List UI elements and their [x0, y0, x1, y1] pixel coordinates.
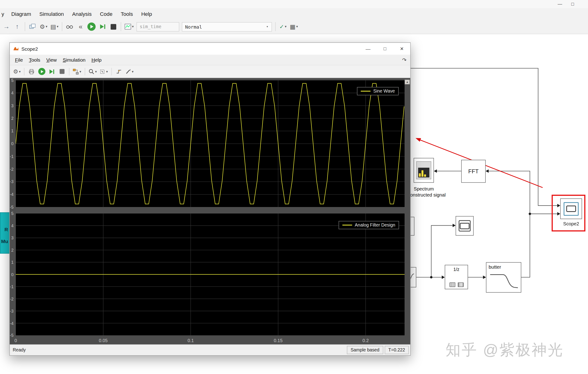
print-icon[interactable]: [28, 67, 35, 75]
data-grid-icon[interactable]: ▦▾: [290, 22, 298, 32]
scope-axes-1[interactable]: [15, 80, 405, 207]
chevron-down-icon: ▾: [19, 70, 21, 73]
toolbar-separator: [111, 68, 112, 75]
scope-client-area: Sine Wave Analog Filter Design ▴ -5-4-3-…: [10, 78, 410, 344]
status-time: T=0.222: [385, 346, 409, 354]
scope-view-icon[interactable]: ▾: [124, 22, 134, 32]
scope-axes-2[interactable]: [15, 213, 405, 336]
scroll-up-button[interactable]: ▴: [405, 80, 410, 85]
main-menu-analysis[interactable]: Analysis: [68, 11, 96, 17]
scope-toolbar: ⚙▾ ▾ ▾ ▾: [10, 65, 410, 78]
scope2-block[interactable]: [560, 198, 582, 219]
x-tick-label: 0.2: [362, 338, 369, 343]
fast-rewind-icon[interactable]: «: [76, 22, 85, 32]
scope-icon: [459, 220, 471, 231]
measurements-icon[interactable]: ▾: [125, 67, 134, 75]
model-settings-icon[interactable]: ▤▾: [50, 22, 58, 32]
chevron-down-icon: ▾: [46, 25, 47, 28]
y-tick-label: 0: [10, 141, 13, 146]
step-forward-button[interactable]: [48, 67, 55, 75]
simulation-mode-select[interactable]: Normal ▾: [182, 22, 272, 31]
chevron-down-icon: ▾: [106, 70, 108, 73]
delay-port-icons: [450, 283, 463, 287]
signal-selector-icon[interactable]: ▾: [73, 67, 81, 75]
unit-delay-block[interactable]: 1/z: [445, 265, 468, 289]
main-menu-diagram[interactable]: Diagram: [7, 11, 35, 17]
update-check-icon[interactable]: ✓▾: [279, 22, 287, 32]
legend-label: Analog Filter Design: [355, 222, 395, 228]
y-tick-label: -5: [10, 333, 13, 338]
settings-gear-icon[interactable]: ⚙▾: [13, 67, 21, 75]
legend-line-sample: [361, 91, 371, 91]
redo-arrow-icon[interactable]: ↷: [402, 57, 408, 63]
stop-button[interactable]: [58, 67, 66, 75]
scope-close-button[interactable]: ×: [393, 43, 410, 55]
run-button[interactable]: [38, 67, 45, 75]
y-tick-label: 1: [10, 260, 13, 265]
scope-window-title: Scope2: [21, 46, 38, 52]
main-maximize-button[interactable]: □: [566, 0, 579, 8]
legend-sine-wave[interactable]: Sine Wave: [357, 87, 399, 95]
teal-label-line2: Mu: [1, 239, 8, 244]
spectrum-analyzer-block[interactable]: [414, 158, 434, 182]
legend-label: Sine Wave: [373, 89, 395, 94]
scope-menu-help[interactable]: Help: [89, 57, 105, 63]
legend-analog-filter-design[interactable]: Analog Filter Design: [338, 221, 399, 229]
butter-filter-block[interactable]: butter: [486, 262, 521, 293]
delay-block-label: 1/z: [453, 267, 459, 272]
run-button[interactable]: [87, 22, 95, 32]
sim-time-field[interactable]: sim_time: [136, 22, 179, 31]
main-titlebar: — □: [0, 0, 588, 8]
nav-forward-icon[interactable]: →: [2, 22, 10, 32]
x-tick-label: 0.1: [188, 338, 194, 343]
scope-maximize-button[interactable]: □: [377, 43, 393, 55]
main-menu-y[interactable]: y: [1, 11, 7, 17]
scope-titlebar[interactable]: Scope2 — □ ×: [10, 43, 410, 55]
y-tick-label: 2: [10, 248, 13, 252]
y-tick-label: -1: [10, 154, 13, 159]
chevron-down-icon: ▾: [80, 70, 81, 73]
legend-line-sample: [342, 225, 352, 225]
scope2-window: Scope2 — □ × FileToolsViewSimulationHelp…: [9, 42, 411, 356]
main-menu-code[interactable]: Code: [96, 11, 116, 17]
main-menu-simulation[interactable]: Simulation: [35, 11, 68, 17]
fft-block[interactable]: FFT: [461, 160, 486, 182]
zoom-icon[interactable]: ▾: [88, 67, 97, 75]
play-icon: [87, 22, 95, 31]
main-menu-tools[interactable]: Tools: [116, 11, 137, 17]
toolbar-separator: [275, 22, 275, 31]
scope-menu-simulation[interactable]: Simulation: [60, 57, 89, 63]
chevron-down-icon: ▾: [296, 25, 298, 28]
y-tick-label: -4: [10, 192, 13, 197]
step-forward-button[interactable]: [98, 22, 106, 32]
butter-block-label: butter: [489, 264, 501, 270]
simulink-main-window-header: — □ yDiagramSimulationAnalysisCodeToolsH…: [0, 0, 588, 34]
status-sample-mode: Sample based: [347, 346, 383, 354]
teal-block-partial[interactable]: R Mu: [0, 212, 10, 254]
main-menu-help[interactable]: Help: [137, 11, 156, 17]
scope-minimize-button[interactable]: —: [360, 43, 377, 55]
chevron-down-icon: ▾: [132, 70, 134, 73]
stop-button[interactable]: [109, 22, 117, 32]
y-tick-label: -5: [10, 205, 13, 209]
settings-gear-icon[interactable]: ⚙▾: [39, 22, 47, 32]
window-layout-icon[interactable]: [29, 22, 37, 32]
find-goggles-icon[interactable]: [66, 22, 74, 32]
toolbar-separator: [24, 68, 24, 75]
scope-menu-file[interactable]: File: [12, 57, 26, 63]
y-tick-label: 4: [10, 91, 13, 95]
y-tick-label: 3: [10, 104, 13, 108]
trigger-icon[interactable]: [115, 67, 123, 75]
main-minimize-button[interactable]: —: [554, 0, 566, 8]
chevron-down-icon: ▾: [57, 25, 58, 28]
scope-menu-view[interactable]: View: [43, 57, 60, 63]
y-tick-label: -2: [10, 297, 13, 301]
watermark: 知乎 @紫极神光: [445, 340, 564, 360]
toolbar-separator: [25, 22, 25, 31]
scope-menu-tools[interactable]: Tools: [26, 57, 43, 63]
autoscale-icon[interactable]: ▾: [100, 67, 108, 75]
scope-block[interactable]: [456, 216, 474, 235]
spectrum-icon: [416, 161, 431, 179]
stop-icon: [110, 24, 116, 29]
nav-up-icon[interactable]: ↑: [13, 22, 21, 32]
